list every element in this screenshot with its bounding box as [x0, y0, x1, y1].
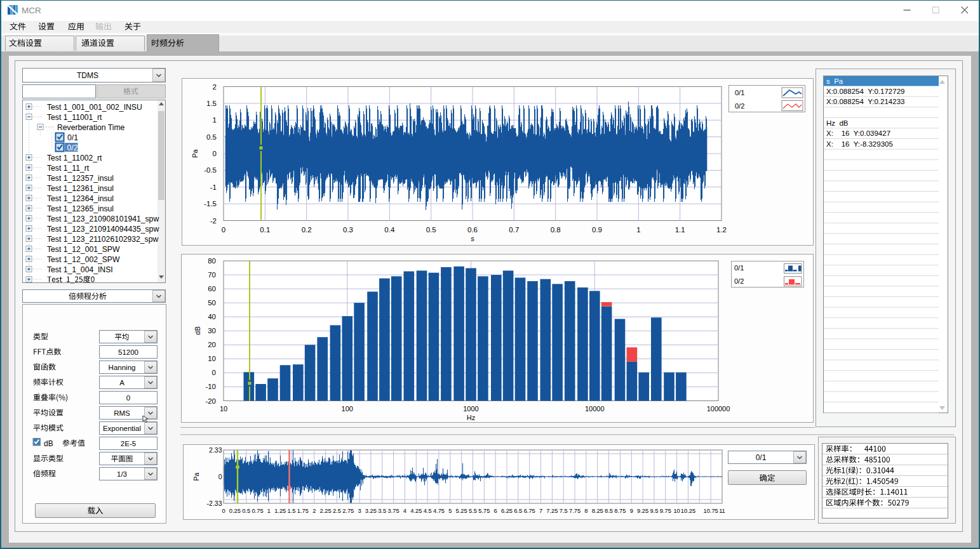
- svg-text:40: 40: [208, 313, 216, 321]
- svg-text:9.25: 9.25: [637, 508, 648, 514]
- svg-text:9: 9: [630, 508, 633, 514]
- svg-text:0: 0: [218, 473, 222, 480]
- svg-text:7.75: 7.75: [569, 508, 581, 514]
- svg-text:Test 1_1_004_INSI: Test 1_1_004_INSI: [47, 265, 113, 274]
- svg-text:Test 1_123_211026102932_spw: Test 1_123_211026102932_spw: [47, 235, 158, 244]
- svg-text:TDMS: TDMS: [77, 71, 98, 80]
- svg-text:10: 10: [673, 508, 680, 514]
- svg-text:dB: dB: [194, 326, 201, 334]
- svg-text:0.2: 0.2: [302, 226, 312, 234]
- svg-text:4: 4: [403, 508, 406, 514]
- svg-text:-0.5: -0.5: [204, 166, 217, 174]
- svg-text:10.25: 10.25: [681, 508, 695, 514]
- svg-text:Test 1_12_001_SPW: Test 1_12_001_SPW: [47, 245, 120, 254]
- svg-text:Hz: Hz: [467, 414, 475, 421]
- svg-text:Exponential: Exponential: [103, 425, 141, 432]
- svg-text:s: s: [471, 235, 474, 242]
- svg-text:100000: 100000: [707, 405, 730, 413]
- svg-text:0/1: 0/1: [735, 89, 744, 96]
- svg-text:RMS: RMS: [114, 409, 130, 417]
- svg-text:Test 1_11002_rt: Test 1_11002_rt: [47, 154, 102, 162]
- svg-text:7.5: 7.5: [560, 508, 568, 514]
- svg-text:1000: 1000: [463, 405, 478, 413]
- svg-text:0.7: 0.7: [509, 226, 519, 234]
- svg-text:Test 1_12364_insul: Test 1_12364_insul: [47, 194, 114, 203]
- svg-text:0/1: 0/1: [756, 453, 767, 462]
- svg-text:51200: 51200: [118, 348, 138, 356]
- svg-text:3.25: 3.25: [365, 508, 377, 514]
- svg-text:1: 1: [267, 508, 271, 514]
- svg-text:70: 70: [208, 271, 216, 279]
- svg-text:Test 1_12357_insul: Test 1_12357_insul: [47, 174, 114, 183]
- svg-text:10: 10: [208, 355, 216, 362]
- svg-text:10000: 10000: [585, 405, 605, 413]
- svg-text:6.75: 6.75: [524, 508, 535, 514]
- svg-text:1: 1: [213, 116, 217, 124]
- svg-text:0.5: 0.5: [242, 508, 250, 514]
- svg-text:0.6: 0.6: [467, 226, 478, 234]
- svg-text:8: 8: [584, 508, 587, 514]
- svg-text:-2.33: -2.33: [207, 499, 222, 507]
- svg-text:0: 0: [222, 508, 225, 514]
- svg-text:0/1: 0/1: [67, 133, 78, 142]
- svg-text:80: 80: [208, 257, 216, 265]
- svg-text:A: A: [119, 379, 124, 387]
- svg-text:dB: dB: [44, 439, 53, 448]
- svg-text:Test 1_12361_insul: Test 1_12361_insul: [47, 184, 114, 193]
- svg-text:0.9: 0.9: [592, 226, 602, 234]
- svg-text:Pa: Pa: [191, 149, 199, 157]
- svg-text:10.75: 10.75: [703, 508, 718, 514]
- svg-text:X: 16 Y:-8.329305: X: 16 Y:-8.329305: [826, 140, 893, 148]
- svg-text:0: 0: [222, 226, 225, 234]
- svg-text:0/1: 0/1: [734, 264, 744, 272]
- svg-text:6: 6: [494, 508, 497, 514]
- svg-text:5: 5: [448, 508, 452, 514]
- svg-text:X:0.088254 Y:0.214233: X:0.088254 Y:0.214233: [826, 98, 904, 105]
- svg-text:3: 3: [358, 508, 361, 514]
- svg-text:4.25: 4.25: [410, 508, 422, 514]
- svg-text:2: 2: [312, 508, 316, 514]
- svg-text:5.5: 5.5: [469, 508, 477, 514]
- svg-text:0.25: 0.25: [229, 508, 241, 514]
- svg-text:1.25: 1.25: [274, 508, 286, 514]
- svg-text:2.5: 2.5: [333, 508, 341, 514]
- svg-text:50: 50: [208, 299, 216, 307]
- svg-text:20: 20: [208, 341, 216, 348]
- svg-text:Test 1_123_210908101941_spw: Test 1_123_210908101941_spw: [47, 215, 159, 223]
- svg-text:8.5: 8.5: [605, 508, 613, 514]
- svg-text:Hanning: Hanning: [109, 364, 136, 371]
- svg-text:0/2: 0/2: [734, 277, 744, 285]
- svg-text:X:0.088254 Y:0.172729: X:0.088254 Y:0.172729: [826, 88, 904, 95]
- svg-text:8.25: 8.25: [592, 508, 603, 514]
- svg-text:2.33: 2.33: [209, 446, 222, 454]
- svg-text:100: 100: [342, 405, 353, 413]
- svg-text:Hz dB: Hz dB: [826, 119, 849, 127]
- svg-text:3.75: 3.75: [388, 508, 399, 514]
- svg-text:Reverberation Time: Reverberation Time: [57, 123, 125, 132]
- svg-text:0: 0: [212, 369, 216, 376]
- svg-text:X: 16 Y:0.039427: X: 16 Y:0.039427: [826, 129, 890, 137]
- svg-text:0/2: 0/2: [735, 102, 744, 110]
- svg-text:0.8: 0.8: [551, 226, 561, 234]
- svg-text:-1.5: -1.5: [204, 200, 217, 208]
- svg-text:0.3: 0.3: [343, 226, 353, 234]
- svg-text:Test 1_11001_rt: Test 1_11001_rt: [47, 113, 102, 122]
- svg-text:60: 60: [208, 285, 216, 293]
- svg-text:1: 1: [636, 226, 640, 234]
- svg-text:0.5: 0.5: [206, 133, 217, 141]
- svg-text:Pa: Pa: [192, 472, 200, 480]
- svg-text:MCR: MCR: [22, 6, 41, 15]
- svg-text:-10: -10: [205, 383, 216, 390]
- svg-text:Test 1_001_001_002_INSU: Test 1_001_001_002_INSU: [47, 103, 142, 112]
- svg-text:30: 30: [208, 327, 216, 334]
- svg-text:Test 1_123_210914094435_spw: Test 1_123_210914094435_spw: [47, 225, 159, 234]
- svg-text:0: 0: [126, 394, 130, 402]
- svg-text:-1: -1: [210, 183, 217, 191]
- svg-text:4.5: 4.5: [424, 508, 432, 514]
- svg-text:9.75: 9.75: [660, 508, 671, 514]
- svg-text:1/3: 1/3: [117, 470, 127, 478]
- svg-text:1.2: 1.2: [716, 226, 727, 234]
- svg-text:s Pa: s Pa: [826, 77, 843, 85]
- svg-text:1.75: 1.75: [297, 508, 309, 514]
- svg-text:2.75: 2.75: [342, 508, 354, 514]
